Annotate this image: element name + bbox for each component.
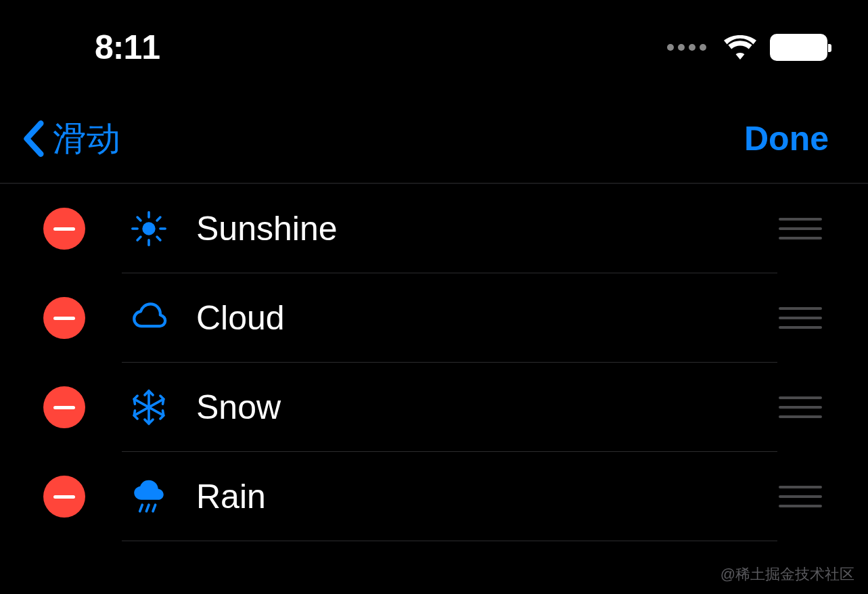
status-time: 8:11 bbox=[95, 28, 160, 67]
svg-line-6 bbox=[157, 237, 160, 240]
svg-line-8 bbox=[157, 217, 160, 221]
rain-icon bbox=[122, 477, 176, 516]
svg-line-13 bbox=[146, 505, 149, 511]
snowflake-icon bbox=[122, 388, 176, 427]
svg-line-12 bbox=[140, 505, 143, 511]
delete-button[interactable] bbox=[43, 297, 85, 339]
list-item[interactable]: Sunshine bbox=[43, 184, 825, 273]
back-label: 滑动 bbox=[53, 116, 120, 162]
wifi-icon bbox=[724, 35, 756, 60]
sun-icon bbox=[122, 209, 176, 248]
minus-icon bbox=[53, 406, 75, 409]
battery-icon bbox=[770, 34, 827, 61]
svg-point-0 bbox=[142, 222, 155, 235]
minus-icon bbox=[53, 227, 75, 231]
list-item-label: Sunshine bbox=[196, 209, 779, 248]
svg-line-5 bbox=[137, 217, 141, 221]
delete-button[interactable] bbox=[43, 386, 85, 428]
cloud-icon bbox=[122, 298, 176, 338]
delete-button[interactable] bbox=[43, 208, 85, 250]
editable-list: Sunshine Cloud Snow Rain bbox=[0, 184, 868, 541]
drag-handle-icon[interactable] bbox=[779, 396, 825, 418]
drag-handle-icon[interactable] bbox=[779, 218, 825, 239]
svg-line-14 bbox=[153, 505, 156, 511]
list-item[interactable]: Snow bbox=[43, 363, 825, 452]
chevron-left-icon bbox=[22, 119, 45, 158]
drag-handle-icon[interactable] bbox=[779, 307, 825, 329]
status-icons bbox=[667, 34, 827, 61]
list-item-label: Snow bbox=[196, 388, 779, 427]
nav-bar: 滑动 Done bbox=[0, 95, 868, 183]
list-item[interactable]: Cloud bbox=[43, 273, 825, 363]
delete-button[interactable] bbox=[43, 476, 85, 518]
list-item[interactable]: Rain bbox=[43, 452, 825, 541]
status-bar: 8:11 bbox=[0, 0, 868, 95]
list-item-label: Rain bbox=[196, 477, 779, 516]
watermark: @稀土掘金技术社区 bbox=[721, 564, 854, 585]
list-item-label: Cloud bbox=[196, 298, 779, 338]
minus-icon bbox=[53, 495, 75, 499]
svg-line-7 bbox=[137, 237, 141, 240]
minus-icon bbox=[53, 317, 75, 320]
back-button[interactable]: 滑动 bbox=[22, 116, 120, 162]
done-button[interactable]: Done bbox=[744, 119, 829, 158]
cellular-dots-icon bbox=[667, 44, 706, 51]
drag-handle-icon[interactable] bbox=[779, 486, 825, 507]
